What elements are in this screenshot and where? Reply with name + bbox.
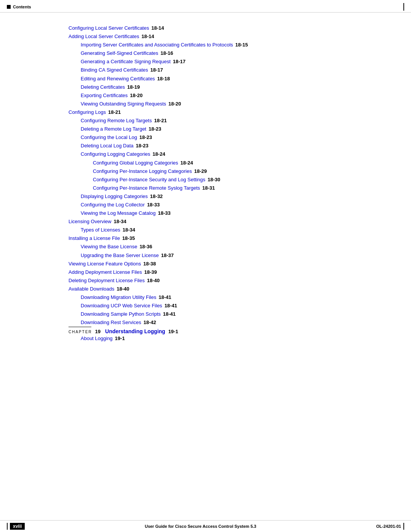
toc-link[interactable]: Downloading Rest Services [81,318,141,327]
toc-page: 18-32 [150,192,162,201]
toc-entry: Types of Licenses18-34 [81,226,411,234]
toc-page: 18-33 [158,209,170,217]
toc-link[interactable]: Configuring Per-Instance Logging Categor… [93,167,192,176]
chapter-wrapper: CHAPTER 19Understanding Logging19-1 [68,327,411,334]
toc-entry: Installing a License File18-35 [68,234,411,243]
top-bar-left: Contents [7,5,31,9]
footer: xviii User Guide for Cisco Secure Access… [0,520,411,532]
toc-page: 18-20 [130,91,143,100]
toc-page: 18-41 [159,293,171,302]
toc-page: 18-41 [164,302,177,310]
toc-page: 18-40 [116,285,129,293]
chapter-toc-page: 19-1 [115,334,125,343]
toc-page: 18-17 [150,66,163,74]
chapter-page: 19-1 [168,329,178,334]
top-bar-label: Contents [13,5,31,9]
toc-entry: Exporting Certificates18-20 [81,91,411,100]
footer-right: OL-24201-01 [376,523,404,530]
page-container: Contents Configuring Local Server Certif… [0,0,411,532]
chapter-number: 19 [95,329,100,334]
toc-entry: Viewing Outstanding Signing Requests18-2… [81,100,411,108]
toc-link[interactable]: Exporting Certificates [81,91,128,100]
toc-entry: Viewing License Feature Options18-38 [68,260,411,268]
toc-page: 18-14 [151,24,164,32]
toc-link[interactable]: Configuring Global Logging Categories [93,159,178,167]
chapter-label: CHAPTER [68,330,92,334]
toc-page: 18-20 [169,100,181,108]
toc-entry: Viewing the Log Message Catalog18-33 [81,209,411,217]
toc-page: 18-17 [173,58,185,66]
toc-link[interactable]: Adding Deployment License Files [68,268,142,276]
toc-entry: Generating a Certificate Signing Request… [81,58,411,66]
toc-entry: Configuring Global Logging Categories18-… [93,159,411,167]
toc-entry: Configuring Local Server Certificates18-… [68,24,411,32]
toc-link[interactable]: Viewing the Base License [81,243,137,251]
toc-entry: Downloading Rest Services18-42 [81,318,411,327]
toc-link[interactable]: Available Downloads [68,285,114,293]
top-bar-square-icon [7,5,11,9]
toc-link[interactable]: Upgrading the Base Server License [81,251,159,260]
toc-entry: Adding Deployment License Files18-39 [68,268,411,276]
toc-page: 18-16 [161,49,173,58]
toc-page: 18-23 [136,142,148,150]
toc-link[interactable]: Deleting a Remote Log Target [81,125,146,133]
toc-link[interactable]: Configuring the Log Collector [81,201,145,209]
toc-link[interactable]: Viewing Outstanding Signing Requests [81,100,166,108]
toc-link[interactable]: Importing Server Certificates and Associ… [81,41,233,49]
toc-link[interactable]: Deleting Certificates [81,83,125,91]
footer-center-text: User Guide for Cisco Secure Access Contr… [25,524,376,529]
toc-page: 18-24 [153,150,165,158]
toc-link[interactable]: Viewing the Log Message Catalog [81,209,156,217]
toc-link[interactable]: Configuring Per-Instance Security and Lo… [93,176,206,184]
toc-link[interactable]: Viewing License Feature Options [68,260,141,268]
toc-link[interactable]: Configuring Local Server Certificates [68,24,149,32]
toc-entry: Deleting Deployment License Files18-40 [68,276,411,285]
toc-entry: Configuring Logging Categories18-24 [81,150,411,158]
toc-link[interactable]: Displaying Logging Categories [81,192,148,201]
toc-page: 18-23 [148,125,161,133]
toc-page: 18-29 [194,167,207,176]
toc-list: Configuring Local Server Certificates18-… [68,24,411,327]
chapter-title[interactable]: Understanding Logging [105,328,165,334]
footer-divider-right [403,523,404,530]
toc-entry: Deleting Local Log Data18-23 [81,142,411,150]
toc-link[interactable]: Adding Local Server Certificates [68,32,139,41]
main-content: Configuring Local Server Certificates18-… [68,13,411,343]
toc-link[interactable]: Downloading Sample Python Scripts [81,310,161,318]
toc-link[interactable]: Generating Self-Signed Certificates [81,49,158,58]
toc-link[interactable]: Configuring Per-Instance Remote Syslog T… [93,184,200,192]
toc-entry: Generating Self-Signed Certificates18-16 [81,49,411,58]
toc-page: 18-33 [147,201,159,209]
toc-link[interactable]: Types of Licenses [81,226,120,234]
toc-page: 18-39 [144,268,157,276]
toc-page: 18-42 [143,318,156,327]
toc-link[interactable]: Generating a Certificate Signing Request [81,58,170,66]
toc-link[interactable]: Configuring Logs [68,108,106,117]
chapter-toc-link[interactable]: About Logging [81,334,113,343]
toc-entry: Configuring the Log Collector18-33 [81,201,411,209]
footer-doc-number: OL-24201-01 [376,524,401,529]
toc-entry: Deleting Certificates18-19 [81,83,411,91]
toc-link[interactable]: Downloading Migration Utility Files [81,293,156,302]
toc-page: 18-18 [157,75,170,83]
toc-entry: Available Downloads18-40 [68,285,411,293]
toc-entry: Downloading Migration Utility Files18-41 [81,293,411,302]
toc-page: 18-14 [142,32,154,41]
toc-link[interactable]: Configuring Remote Log Targets [81,117,152,125]
toc-link[interactable]: Downloading UCP Web Service Files [81,302,162,310]
toc-link[interactable]: Deleting Deployment License Files [68,276,145,285]
toc-link[interactable]: Installing a License File [68,234,120,243]
toc-link[interactable]: Editing and Renewing Certificates [81,75,155,83]
toc-page: 18-36 [140,243,152,251]
toc-page: 18-40 [147,276,159,285]
toc-entry: Downloading Sample Python Scripts18-41 [81,310,411,318]
top-bar: Contents [0,0,411,13]
toc-link[interactable]: Binding CA Signed Certificates [81,66,148,74]
toc-entry: Downloading UCP Web Service Files18-41 [81,302,411,310]
toc-link[interactable]: Deleting Local Log Data [81,142,134,150]
toc-link[interactable]: Configuring Logging Categories [81,150,150,158]
toc-link[interactable]: Licensing Overview [68,217,112,226]
toc-link[interactable]: Configuring the Local Log [81,133,137,142]
footer-left: xviii [7,523,25,530]
toc-entry: Adding Local Server Certificates18-14 [68,32,411,41]
